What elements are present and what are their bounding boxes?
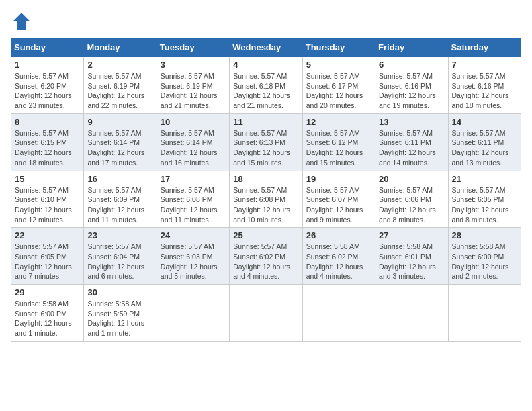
day-info: Sunrise: 5:57 AMSunset: 6:11 PMDaylight:… <box>452 128 517 168</box>
table-cell: 23Sunrise: 5:57 AMSunset: 6:04 PMDayligh… <box>84 228 157 285</box>
day-number: 27 <box>379 230 444 240</box>
table-cell: 13Sunrise: 5:57 AMSunset: 6:11 PMDayligh… <box>375 113 448 171</box>
table-cell: 22Sunrise: 5:57 AMSunset: 6:05 PMDayligh… <box>11 228 84 285</box>
day-number: 8 <box>15 117 80 127</box>
table-cell: 6Sunrise: 5:57 AMSunset: 6:16 PMDaylight… <box>375 57 448 114</box>
table-cell: 24Sunrise: 5:57 AMSunset: 6:03 PMDayligh… <box>157 228 229 285</box>
day-number: 21 <box>452 174 517 184</box>
day-info: Sunrise: 5:57 AMSunset: 6:19 PMDaylight:… <box>161 71 226 111</box>
calendar-row: 22Sunrise: 5:57 AMSunset: 6:05 PMDayligh… <box>11 228 521 285</box>
table-cell: 5Sunrise: 5:57 AMSunset: 6:17 PMDaylight… <box>302 57 375 114</box>
table-cell: 25Sunrise: 5:57 AMSunset: 6:02 PMDayligh… <box>230 228 302 285</box>
day-number: 23 <box>87 230 152 240</box>
calendar-row: 29Sunrise: 5:58 AMSunset: 6:00 PMDayligh… <box>11 285 521 342</box>
day-info: Sunrise: 5:57 AMSunset: 6:14 PMDaylight:… <box>87 128 152 168</box>
logo-icon <box>11 11 32 32</box>
day-info: Sunrise: 5:57 AMSunset: 6:16 PMDaylight:… <box>452 71 517 111</box>
table-cell: 10Sunrise: 5:57 AMSunset: 6:14 PMDayligh… <box>157 113 229 171</box>
table-cell: 4Sunrise: 5:57 AMSunset: 6:18 PMDaylight… <box>230 57 302 114</box>
logo <box>11 11 35 32</box>
day-info: Sunrise: 5:57 AMSunset: 6:14 PMDaylight:… <box>161 128 226 168</box>
day-number: 22 <box>15 230 80 240</box>
table-cell: 18Sunrise: 5:57 AMSunset: 6:08 PMDayligh… <box>230 171 302 228</box>
day-number: 24 <box>161 230 226 240</box>
table-cell <box>448 285 521 342</box>
day-info: Sunrise: 5:58 AMSunset: 5:59 PMDaylight:… <box>87 299 152 338</box>
day-info: Sunrise: 5:58 AMSunset: 6:00 PMDaylight:… <box>452 242 517 281</box>
day-number: 9 <box>87 117 152 127</box>
col-sunday: Sunday <box>11 38 84 57</box>
day-info: Sunrise: 5:57 AMSunset: 6:11 PMDaylight:… <box>379 128 444 168</box>
day-number: 19 <box>306 174 371 184</box>
day-number: 18 <box>233 174 298 184</box>
calendar-row: 8Sunrise: 5:57 AMSunset: 6:15 PMDaylight… <box>11 113 521 171</box>
day-number: 13 <box>379 117 444 127</box>
day-number: 17 <box>161 174 226 184</box>
col-wednesday: Wednesday <box>230 38 302 57</box>
day-info: Sunrise: 5:58 AMSunset: 6:02 PMDaylight:… <box>306 242 371 281</box>
header-row: Sunday Monday Tuesday Wednesday Thursday… <box>11 38 521 57</box>
day-info: Sunrise: 5:57 AMSunset: 6:18 PMDaylight:… <box>233 71 298 111</box>
svg-marker-0 <box>13 13 30 30</box>
day-info: Sunrise: 5:57 AMSunset: 6:02 PMDaylight:… <box>233 242 298 281</box>
table-cell: 15Sunrise: 5:57 AMSunset: 6:10 PMDayligh… <box>11 171 84 228</box>
calendar-row: 15Sunrise: 5:57 AMSunset: 6:10 PMDayligh… <box>11 171 521 228</box>
day-info: Sunrise: 5:57 AMSunset: 6:06 PMDaylight:… <box>379 185 444 225</box>
day-number: 12 <box>306 117 371 127</box>
table-cell: 29Sunrise: 5:58 AMSunset: 6:00 PMDayligh… <box>11 285 84 342</box>
day-info: Sunrise: 5:57 AMSunset: 6:08 PMDaylight:… <box>161 185 226 225</box>
table-cell: 27Sunrise: 5:58 AMSunset: 6:01 PMDayligh… <box>375 228 448 285</box>
table-cell <box>157 285 229 342</box>
day-info: Sunrise: 5:57 AMSunset: 6:03 PMDaylight:… <box>161 242 226 281</box>
day-number: 26 <box>306 230 371 240</box>
day-info: Sunrise: 5:57 AMSunset: 6:10 PMDaylight:… <box>15 185 80 225</box>
day-info: Sunrise: 5:58 AMSunset: 6:00 PMDaylight:… <box>15 299 80 338</box>
table-cell: 16Sunrise: 5:57 AMSunset: 6:09 PMDayligh… <box>84 171 157 228</box>
day-info: Sunrise: 5:57 AMSunset: 6:12 PMDaylight:… <box>306 128 371 168</box>
day-number: 1 <box>15 60 80 70</box>
table-cell: 8Sunrise: 5:57 AMSunset: 6:15 PMDaylight… <box>11 113 84 171</box>
day-number: 11 <box>233 117 298 127</box>
col-monday: Monday <box>84 38 157 57</box>
day-number: 16 <box>87 174 152 184</box>
day-number: 2 <box>87 60 152 70</box>
table-cell <box>230 285 302 342</box>
table-cell: 3Sunrise: 5:57 AMSunset: 6:19 PMDaylight… <box>157 57 229 114</box>
day-number: 5 <box>306 60 371 70</box>
col-thursday: Thursday <box>302 38 375 57</box>
table-cell: 1Sunrise: 5:57 AMSunset: 6:20 PMDaylight… <box>11 57 84 114</box>
day-number: 6 <box>379 60 444 70</box>
table-cell: 2Sunrise: 5:57 AMSunset: 6:19 PMDaylight… <box>84 57 157 114</box>
day-number: 7 <box>452 60 517 70</box>
table-cell: 20Sunrise: 5:57 AMSunset: 6:06 PMDayligh… <box>375 171 448 228</box>
calendar-row: 1Sunrise: 5:57 AMSunset: 6:20 PMDaylight… <box>11 57 521 114</box>
day-number: 3 <box>161 60 226 70</box>
day-info: Sunrise: 5:57 AMSunset: 6:16 PMDaylight:… <box>379 71 444 111</box>
col-tuesday: Tuesday <box>157 38 229 57</box>
day-number: 28 <box>452 230 517 240</box>
day-info: Sunrise: 5:57 AMSunset: 6:07 PMDaylight:… <box>306 185 371 225</box>
calendar-table: Sunday Monday Tuesday Wednesday Thursday… <box>11 38 521 342</box>
day-info: Sunrise: 5:57 AMSunset: 6:20 PMDaylight:… <box>15 71 80 111</box>
day-info: Sunrise: 5:57 AMSunset: 6:04 PMDaylight:… <box>87 242 152 281</box>
day-info: Sunrise: 5:57 AMSunset: 6:13 PMDaylight:… <box>233 128 298 168</box>
day-info: Sunrise: 5:58 AMSunset: 6:01 PMDaylight:… <box>379 242 444 281</box>
table-cell: 12Sunrise: 5:57 AMSunset: 6:12 PMDayligh… <box>302 113 375 171</box>
table-cell: 9Sunrise: 5:57 AMSunset: 6:14 PMDaylight… <box>84 113 157 171</box>
day-info: Sunrise: 5:57 AMSunset: 6:05 PMDaylight:… <box>452 185 517 225</box>
col-saturday: Saturday <box>448 38 521 57</box>
col-friday: Friday <box>375 38 448 57</box>
table-cell: 11Sunrise: 5:57 AMSunset: 6:13 PMDayligh… <box>230 113 302 171</box>
day-info: Sunrise: 5:57 AMSunset: 6:09 PMDaylight:… <box>87 185 152 225</box>
day-number: 15 <box>15 174 80 184</box>
table-cell <box>302 285 375 342</box>
table-cell: 17Sunrise: 5:57 AMSunset: 6:08 PMDayligh… <box>157 171 229 228</box>
table-cell <box>375 285 448 342</box>
day-number: 29 <box>15 287 80 298</box>
table-cell: 28Sunrise: 5:58 AMSunset: 6:00 PMDayligh… <box>448 228 521 285</box>
day-info: Sunrise: 5:57 AMSunset: 6:19 PMDaylight:… <box>87 71 152 111</box>
header <box>11 11 521 32</box>
table-cell: 7Sunrise: 5:57 AMSunset: 6:16 PMDaylight… <box>448 57 521 114</box>
day-number: 14 <box>452 117 517 127</box>
day-number: 4 <box>233 60 298 70</box>
